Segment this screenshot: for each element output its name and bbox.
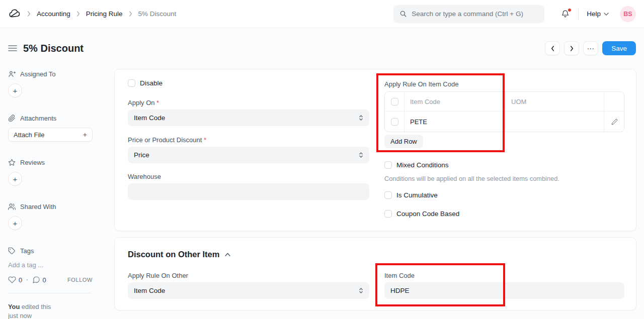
column-header-uom: UOM <box>506 92 604 112</box>
edited-by: You <box>8 303 20 310</box>
required-mark: * <box>156 99 159 107</box>
apply-rule-on-other-value: Item Code <box>134 287 165 294</box>
likes-count: 0 <box>19 276 22 284</box>
section-collapse-toggle[interactable]: Discount on Other Item <box>128 250 231 259</box>
warehouse-input[interactable] <box>128 183 369 200</box>
global-search[interactable] <box>393 5 544 23</box>
chevron-right-icon <box>570 45 574 52</box>
chevron-left-icon <box>550 45 555 52</box>
disable-label: Disable <box>140 79 163 87</box>
disable-checkbox-row[interactable]: Disable <box>128 79 163 87</box>
search-input[interactable] <box>412 10 538 18</box>
chevron-up-icon <box>224 252 231 257</box>
heart-icon[interactable] <box>8 276 16 284</box>
row-checkbox[interactable] <box>391 118 398 126</box>
avatar[interactable]: BS <box>620 6 636 22</box>
is-cumulative-checkbox[interactable] <box>384 191 392 199</box>
follow-button[interactable]: FOLLOW <box>67 277 93 283</box>
add-row-button[interactable]: Add Row <box>384 135 423 148</box>
breadcrumb-current: 5% Discount <box>138 10 177 18</box>
chevron-right-icon <box>76 11 80 17</box>
edit-row-icon[interactable] <box>611 119 618 125</box>
apply-on-select[interactable]: Item Code <box>128 110 369 126</box>
attachments-label: Attachments <box>20 115 56 122</box>
required-mark: * <box>204 136 206 144</box>
select-chevrons-icon <box>359 152 363 158</box>
apply-rule-on-other-select[interactable]: Item Code <box>128 282 369 299</box>
reviews-section: Reviews <box>8 159 93 166</box>
navbar: Accounting Pricing Rule 5% Discount Help <box>0 0 644 28</box>
next-record-button[interactable] <box>564 41 579 55</box>
coupon-code-label: Coupon Code Based <box>396 210 459 218</box>
select-all-checkbox[interactable] <box>391 98 398 105</box>
section-title: Discount on Other Item <box>128 250 219 259</box>
add-review-button[interactable]: + <box>8 172 22 186</box>
attachments-section: Attachments <box>8 115 93 122</box>
tag-icon <box>8 247 16 255</box>
select-chevrons-icon <box>359 287 363 294</box>
price-or-product-select[interactable]: Price <box>128 147 369 163</box>
add-tag-input[interactable]: Add a tag ... <box>8 261 93 269</box>
edited-text: edited this <box>22 303 51 310</box>
pricing-rule-section: Disable Apply On * Item Code Price or Pr… <box>114 69 636 231</box>
apply-rule-on-item-code-label: Apply Rule On Item Code <box>384 80 458 88</box>
mixed-conditions-help: Conditions will be applied on all the se… <box>384 175 624 182</box>
chevron-right-icon <box>27 11 31 17</box>
column-header-actions <box>604 92 624 112</box>
uom-cell[interactable] <box>506 112 604 132</box>
star-icon <box>8 159 16 166</box>
menu-more-button[interactable]: ... <box>583 41 598 55</box>
comments-count: 0 <box>43 276 46 284</box>
item-code-cell[interactable]: PETE <box>405 112 506 132</box>
prev-record-button[interactable] <box>545 41 560 55</box>
assigned-to-label: Assigned To <box>20 70 56 78</box>
app-logo-icon[interactable] <box>8 8 21 21</box>
page-title: 5% Discount <box>23 43 84 54</box>
warehouse-label: Warehouse <box>128 173 161 180</box>
other-item-code-input[interactable] <box>384 282 624 299</box>
price-or-product-label: Price or Product Discount * <box>128 136 206 144</box>
disable-checkbox[interactable] <box>128 79 135 87</box>
apply-on-label: Apply On * <box>128 99 159 107</box>
shared-with-section: Shared With <box>8 203 93 210</box>
mixed-conditions-checkbox[interactable] <box>384 161 392 169</box>
reviews-label: Reviews <box>20 159 45 166</box>
breadcrumb-pricing-rule[interactable]: Pricing Rule <box>86 10 123 18</box>
user-plus-icon <box>8 70 16 78</box>
tags-section: Tags <box>8 247 93 255</box>
attach-file-label: Attach File <box>14 131 44 139</box>
sidebar-divider <box>8 293 92 293</box>
shared-with-label: Shared With <box>20 203 56 210</box>
count-separator: · <box>26 275 28 284</box>
price-or-product-value: Price <box>134 151 149 159</box>
edited-when: just now <box>8 312 32 319</box>
other-item-code-label: Item Code <box>384 272 415 279</box>
is-cumulative-label: Is Cumulative <box>396 191 438 199</box>
attach-file-button[interactable]: Attach File + <box>8 128 93 142</box>
search-icon <box>399 10 407 18</box>
help-menu[interactable]: Help <box>587 10 609 18</box>
add-share-button[interactable]: + <box>8 216 22 230</box>
breadcrumb-accounting[interactable]: Accounting <box>37 10 70 18</box>
save-button[interactable]: Save <box>602 41 636 55</box>
sidebar-toggle-icon[interactable] <box>8 45 17 52</box>
is-cumulative-row[interactable]: Is Cumulative <box>384 191 438 199</box>
tags-label: Tags <box>20 247 34 255</box>
paperclip-icon <box>8 115 16 122</box>
plus-icon: + <box>83 131 87 139</box>
comment-icon[interactable] <box>32 276 40 284</box>
column-header-item-code: Item Code <box>405 92 506 112</box>
coupon-code-row[interactable]: Coupon Code Based <box>384 210 459 218</box>
discount-on-other-item-section: Discount on Other Item Apply Rule On Oth… <box>114 237 636 310</box>
notifications-button[interactable] <box>560 9 570 19</box>
breadcrumb: Accounting Pricing Rule 5% Discount <box>8 8 176 21</box>
form-sidebar: Assigned To + Attachments Attach File + … <box>8 70 93 269</box>
apply-rule-on-other-label: Apply Rule On Other <box>128 272 188 279</box>
add-assignment-button[interactable]: + <box>8 83 22 97</box>
item-code-table: Item Code UOM PETE <box>384 91 624 132</box>
select-all-cell <box>385 92 405 112</box>
chevron-down-icon <box>604 13 609 16</box>
mixed-conditions-row[interactable]: Mixed Conditions <box>384 161 449 169</box>
notification-dot <box>568 9 571 12</box>
coupon-code-checkbox[interactable] <box>384 210 392 218</box>
